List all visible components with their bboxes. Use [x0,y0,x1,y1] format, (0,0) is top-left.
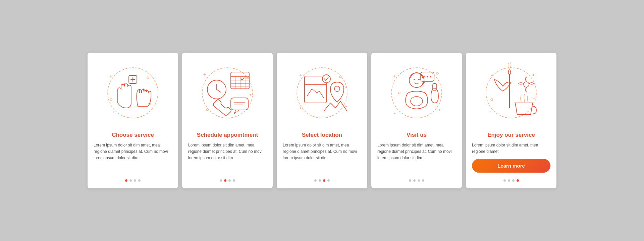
card-enjoy-title: Enjoy our service [487,132,535,138]
schedule-illustration: + + [194,59,261,126]
svg-point-16 [202,68,253,118]
card-visit-us: + + + Visit us Lorem ipsum dolor sit dim… [371,53,462,188]
svg-text:+: + [109,73,112,79]
svg-point-49 [411,97,423,106]
dot[interactable] [512,179,515,182]
card-enjoy-service: ✦ ✦ + Enjoy our service Lorem ipsum dolo… [466,53,556,188]
card-visit-text: Lorem ipsum dolor sit dim amet, mea regi… [377,142,456,174]
svg-point-63 [524,82,529,87]
svg-point-53 [430,76,431,77]
svg-point-67 [533,97,535,99]
svg-point-13 [147,77,149,79]
svg-point-43 [300,107,302,109]
svg-point-39 [334,86,340,92]
dot[interactable] [125,179,127,182]
learn-more-button[interactable]: Learn more [472,159,550,173]
dot[interactable] [233,179,235,182]
svg-point-38 [322,75,330,83]
svg-point-59 [436,72,438,74]
svg-point-34 [206,109,208,111]
dot[interactable] [323,179,325,182]
svg-point-14 [110,99,112,101]
dot[interactable] [319,179,321,182]
card-schedule-title: Schedule appointment [197,132,258,138]
visit-illustration: + + + [383,59,450,126]
card-location-dots [314,179,330,182]
svg-text:✦: ✦ [531,72,535,78]
dot[interactable] [418,179,420,182]
svg-line-27 [217,89,221,92]
dot[interactable] [327,179,330,182]
dot[interactable] [517,179,519,182]
svg-text:+: + [393,73,396,79]
card-enjoy-text: Lorem ipsum dolor sit dim amet, mea regi… [472,142,550,155]
card-enjoy-dots [503,179,519,182]
dot[interactable] [129,179,132,182]
dot[interactable] [228,179,231,182]
svg-point-54 [433,88,437,91]
svg-text:+: + [438,108,441,112]
svg-point-47 [414,79,415,80]
choose-service-illustration: + + + [99,59,166,126]
svg-point-52 [427,76,428,77]
card-schedule-text: Lorem ipsum dolor sit dim amet, mea regi… [188,142,267,174]
svg-text:+: + [203,72,206,77]
card-choose-service: + + + Choose service Lorem ipsum dolor s… [88,53,178,188]
card-visit-title: Visit us [407,132,427,138]
card-schedule-dots [220,179,235,182]
svg-rect-28 [231,98,248,110]
svg-text:+: + [299,72,302,78]
svg-point-58 [398,92,400,94]
card-location-text: Lorem ipsum dolor sit dim amet, mea regi… [283,142,361,174]
dot[interactable] [220,179,222,182]
card-visit-dots [409,179,424,182]
dot[interactable] [503,179,506,182]
cards-container: + + + Choose service Lorem ipsum dolor s… [88,53,556,188]
card-choose-service-text: Lorem ipsum dolor sit dim amet, mea regi… [94,142,172,174]
card-select-location: + + Select location Lorem ipsum dolor si… [277,53,367,188]
dot[interactable] [508,179,510,182]
card-schedule-appointment: + + Schedule appointment Lorem ipsum dol… [182,53,273,188]
dot[interactable] [413,179,416,182]
dot[interactable] [134,179,136,182]
card-location-title: Select location [302,132,342,138]
dot[interactable] [314,179,317,182]
svg-text:+: + [394,112,396,115]
svg-text:+: + [153,81,155,85]
svg-point-66 [491,99,493,101]
svg-point-46 [409,73,424,87]
card-choose-service-title: Choose service [112,132,154,138]
dot[interactable] [138,179,141,182]
svg-point-48 [418,79,420,80]
svg-text:+: + [489,110,491,114]
dot[interactable] [224,179,226,182]
svg-text:+: + [345,104,347,109]
card-choose-service-dots [125,179,141,182]
svg-text:+: + [249,93,252,97]
dot[interactable] [422,179,424,182]
dot[interactable] [409,179,411,182]
svg-point-51 [423,76,425,77]
location-illustration: + + [288,59,356,126]
enjoy-illustration: ✦ ✦ + [478,59,545,126]
svg-text:+: + [113,110,115,114]
svg-text:✦: ✦ [490,73,494,78]
svg-rect-17 [231,72,249,89]
